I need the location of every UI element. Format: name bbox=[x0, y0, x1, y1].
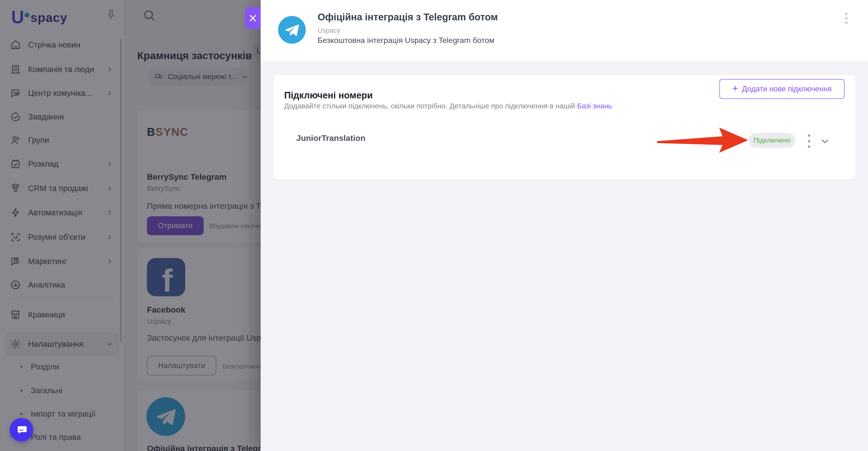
connected-numbers-heading: Підключені номери bbox=[284, 90, 373, 101]
telegram-icon bbox=[278, 16, 306, 43]
connected-numbers-card: Підключені номери + Додати нове підключе… bbox=[274, 75, 856, 179]
add-connection-button[interactable]: + Додати нове підключення bbox=[719, 79, 844, 99]
connected-numbers-description: Додавайте стільки підключень, скільки по… bbox=[284, 102, 612, 110]
panel-title: Офіційна інтеграція з Telegram ботом bbox=[318, 12, 498, 23]
close-icon bbox=[248, 13, 257, 23]
panel-kebab-menu[interactable] bbox=[842, 12, 850, 36]
telegram-integration-panel: Офіційна інтеграція з Telegram ботом Usp… bbox=[261, 0, 868, 451]
chat-launcher-button[interactable] bbox=[10, 418, 33, 442]
add-connection-label: Додати нове підключення bbox=[742, 85, 832, 93]
status-badge: Підключено bbox=[749, 133, 795, 148]
close-button[interactable] bbox=[245, 7, 261, 29]
knowledge-base-link[interactable]: Базі знань bbox=[577, 102, 612, 110]
description-text: Додавайте стільки підключень, скільки по… bbox=[284, 102, 577, 110]
expand-chevron-icon[interactable] bbox=[818, 134, 832, 148]
red-annotation-arrow bbox=[657, 123, 753, 159]
panel-header: Офіційна інтеграція з Telegram ботом Usp… bbox=[261, 0, 868, 61]
panel-vendor: Uspacy bbox=[318, 27, 340, 34]
status-label: Підключено bbox=[753, 137, 790, 144]
app-root: U spacy Стрічка новин Компанія та люди Ц… bbox=[0, 0, 868, 451]
plus-icon: + bbox=[732, 83, 738, 94]
connection-kebab-menu[interactable] bbox=[806, 134, 812, 154]
panel-description: Безкоштовна інтеграція Uspacy з Telegram… bbox=[318, 36, 494, 45]
connection-name: JuniorTranslation bbox=[296, 133, 365, 143]
chat-bubble-icon bbox=[15, 423, 28, 437]
row-divider bbox=[815, 132, 815, 148]
